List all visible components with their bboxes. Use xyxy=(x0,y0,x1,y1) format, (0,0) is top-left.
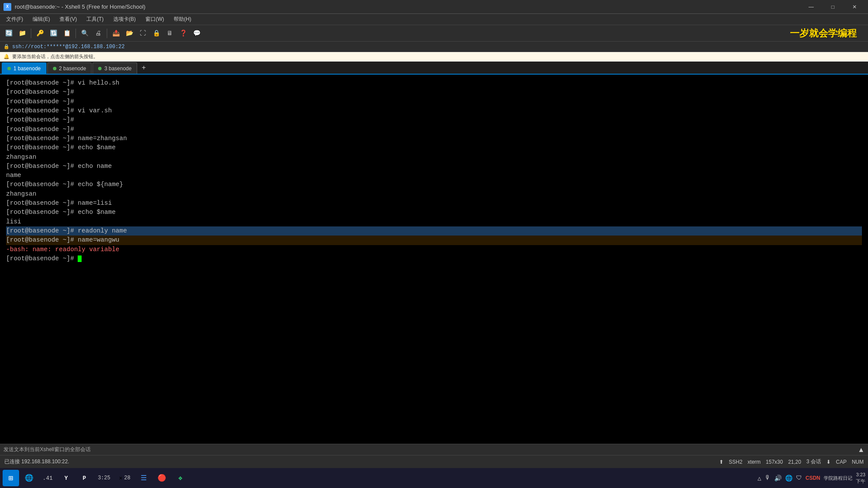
toolbar-search[interactable]: 🔍 xyxy=(79,27,91,39)
term-line: [root@basenode ~]# vi hello.sh xyxy=(6,79,862,88)
tray-up-arrow[interactable]: △ xyxy=(758,475,761,482)
toolbar-new[interactable]: 🔄 xyxy=(3,27,15,39)
tray-speaker[interactable]: 🔊 xyxy=(774,475,782,482)
notif-bar: 🔔 要添加当前会话，点击左侧的箭头按钮。 xyxy=(0,52,868,62)
toolbar-refresh[interactable]: 🔃 xyxy=(47,27,59,39)
term-line: [root@basenode ~]# name=zhangsan xyxy=(6,134,862,143)
terminal[interactable]: [root@basenode ~]# vi hello.sh [root@bas… xyxy=(3,77,865,343)
taskbar-app6[interactable]: 🔴 xyxy=(154,470,170,486)
title-left: X root@basenode:~ - Xshell 5 (Free for H… xyxy=(3,3,145,11)
send-arrow-button[interactable]: ▲ xyxy=(858,446,865,454)
taskbar-browser[interactable]: 🌐 xyxy=(21,470,37,486)
taskbar-app7[interactable]: ❖ xyxy=(172,470,188,486)
term-line-cursor: [root@basenode ~]# xyxy=(6,254,862,263)
app4-icon: ✕ xyxy=(119,475,122,481)
menu-edit[interactable]: 编辑(E) xyxy=(28,15,54,24)
toolbar-open[interactable]: 📁 xyxy=(16,27,28,39)
terminal-wrapper[interactable]: [root@basenode ~]# vi hello.sh [root@bas… xyxy=(0,75,868,444)
term-line: [root@basenode ~]# vi var.sh xyxy=(6,106,862,115)
tab-label-1: 1 basenode xyxy=(13,66,41,72)
tray-csdn: CSDN xyxy=(806,475,820,481)
status-encoding: xterm xyxy=(748,459,761,465)
tray-shield[interactable]: 🛡 xyxy=(796,475,802,481)
toolbar-help[interactable]: ❓ xyxy=(177,27,189,39)
taskbar-app5[interactable]: ☰ xyxy=(135,470,152,486)
toolbar-print[interactable]: 🖨 xyxy=(92,27,104,39)
term-line-wangwu: [root@basenode ~]# name=wangwu xyxy=(6,236,862,245)
term-line: name xyxy=(6,171,862,180)
windows-icon: ⊞ xyxy=(9,473,13,483)
send-text: 发送文本到当前Xshell窗口的全部会话 xyxy=(3,446,91,453)
status-cursor: 21,20 xyxy=(788,459,801,465)
app-icon: X xyxy=(3,3,11,11)
tab-2[interactable]: 2 basenode xyxy=(47,62,92,74)
taskbar-clock: 3:23 下午 xyxy=(856,472,865,485)
toolbar-chat[interactable]: 💬 xyxy=(191,27,203,39)
term-line: [root@basenode ~]# echo $name xyxy=(6,208,862,217)
term-line: [root@basenode ~]# name=lisi xyxy=(6,199,862,208)
toolbar-transfer[interactable]: 📤 xyxy=(110,27,122,39)
menu-tabs[interactable]: 选项卡(B) xyxy=(109,15,140,24)
toolbar-copy[interactable]: 📋 xyxy=(61,27,73,39)
status-right: ⬆ SSH2 xterm 157x30 21,20 3 会话 ⬇ CAP NUM xyxy=(719,458,864,465)
term-line: [root@basenode ~]# xyxy=(6,125,862,134)
toolbar-sep3 xyxy=(107,29,107,38)
toolbar-sftp[interactable]: 📂 xyxy=(123,27,135,39)
term-line: [root@basenode ~]# echo $name xyxy=(6,143,862,152)
term-line: [root@basenode ~]# echo ${name} xyxy=(6,180,862,189)
toolbar-expand[interactable]: ⛶ xyxy=(137,27,149,39)
tab-3[interactable]: 3 basenode xyxy=(92,62,137,74)
tab-bar: 1 basenode 2 basenode 3 basenode + xyxy=(0,62,868,75)
menu-help[interactable]: 帮助(H) xyxy=(169,15,196,24)
start-button[interactable]: ⊞ xyxy=(3,470,19,486)
tray-network[interactable]: 🌐 xyxy=(785,475,792,482)
status-left: 已连接 192.168.188.100:22. xyxy=(4,458,69,465)
notif-arrow: 🔔 xyxy=(3,54,10,59)
toolbar-monitor[interactable]: 🖥 xyxy=(164,27,176,39)
taskbar-app4[interactable]: ✕ 28 xyxy=(115,470,134,486)
status-sessions: 3 会话 xyxy=(806,458,821,465)
tab-label-3: 3 basenode xyxy=(104,66,132,72)
status-bar: 已连接 192.168.188.100:22. ⬆ SSH2 xterm 157… xyxy=(0,455,868,468)
app4-label: 28 xyxy=(124,475,130,481)
window-controls: — □ ✕ xyxy=(801,0,865,14)
app7-icon: ❖ xyxy=(178,474,183,482)
tab-1[interactable]: 1 basenode xyxy=(2,62,46,74)
menu-file[interactable]: 文件(F) xyxy=(2,15,27,24)
taskbar-app3[interactable]: P xyxy=(76,470,92,486)
term-line: [root@basenode ~]# xyxy=(6,97,862,106)
tab-add-button[interactable]: + xyxy=(138,62,149,74)
taskbar-app1[interactable]: .41 xyxy=(39,470,56,486)
toolbar-key[interactable]: 🔑 xyxy=(34,27,46,39)
app6-icon: 🔴 xyxy=(158,474,166,482)
toolbar-sep2 xyxy=(76,29,76,38)
minimize-button[interactable]: — xyxy=(801,0,821,14)
menu-tools[interactable]: 工具(T) xyxy=(82,15,108,24)
notif-text: 要添加当前会话，点击左侧的箭头按钮。 xyxy=(12,53,98,60)
term-line: zhangsan xyxy=(6,153,862,162)
status-num: NUM xyxy=(852,459,864,465)
term-line-readonly: [root@basenode ~]# readonly name xyxy=(6,226,862,236)
lock-icon: 🔒 xyxy=(3,44,10,49)
menu-window[interactable]: 窗口(W) xyxy=(141,15,168,24)
info-bar: 🔒 ssh://root:******@192.168.188.100:22 xyxy=(0,42,868,52)
taskbar-time-app[interactable]: 3:25 xyxy=(94,470,114,486)
term-line: [root@basenode ~]# xyxy=(6,115,862,124)
close-button[interactable]: ✕ xyxy=(845,0,865,14)
status-download-icon: ⬇ xyxy=(826,459,831,465)
maximize-button[interactable]: □ xyxy=(823,0,843,14)
status-caps: CAP xyxy=(836,459,847,465)
tab-dot-2 xyxy=(53,67,56,70)
menu-view[interactable]: 查看(V) xyxy=(55,15,81,24)
taskbar-app2[interactable]: Y xyxy=(58,470,74,486)
brand-logo: 一岁就会学编程 xyxy=(790,27,865,40)
tray-blog: 学院路程日记 xyxy=(824,475,852,481)
status-size: 157x30 xyxy=(766,459,783,465)
send-bar: 发送文本到当前Xshell窗口的全部会话 ▲ xyxy=(0,444,868,455)
tray-mic[interactable]: 🎙 xyxy=(765,475,771,481)
term-line: lisi xyxy=(6,217,862,226)
taskbar-right: △ 🎙 🔊 🌐 🛡 CSDN 学院路程日记 3:23 下午 xyxy=(758,472,865,485)
toolbar: 🔄 📁 🔑 🔃 📋 🔍 🖨 📤 📂 ⛶ 🔒 🖥 ❓ 💬 一岁就会学编程 xyxy=(0,25,868,42)
toolbar-lock[interactable]: 🔒 xyxy=(150,27,162,39)
app1-label: .41 xyxy=(43,475,53,481)
